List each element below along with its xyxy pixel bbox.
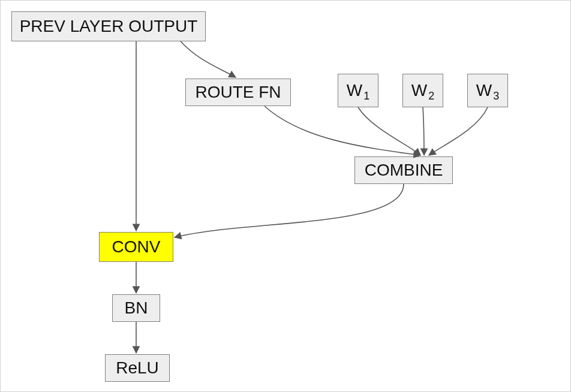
node-w2: W2 <box>402 74 443 107</box>
node-label: ReLU <box>116 358 159 378</box>
node-combine: COMBINE <box>354 156 453 184</box>
node-label: COMBINE <box>365 161 443 180</box>
edge-prev-to-route <box>181 41 236 77</box>
node-label: CONV <box>112 237 161 257</box>
edge-w3-to-combine <box>429 107 488 155</box>
node-conv: CONV <box>99 232 173 262</box>
node-label: W3 <box>476 81 499 100</box>
edge-w1-to-combine <box>358 107 420 155</box>
node-prev-layer-output: PREV LAYER OUTPUT <box>11 11 206 41</box>
diagram-canvas: PREV LAYER OUTPUT ROUTE FN W1 W2 W3 COMB… <box>0 0 571 392</box>
diagram-edges <box>1 1 571 392</box>
node-w1: W1 <box>338 74 378 107</box>
node-relu: ReLU <box>105 354 170 382</box>
node-w3: W3 <box>467 74 508 107</box>
node-label: PREV LAYER OUTPUT <box>20 17 198 36</box>
edge-route-to-combine <box>265 106 420 155</box>
edge-w2-to-combine <box>423 107 424 155</box>
node-label: ROUTE FN <box>195 83 281 102</box>
node-label: W2 <box>411 81 434 100</box>
node-label: BN <box>125 298 148 318</box>
node-route-fn: ROUTE FN <box>185 79 291 106</box>
node-label: W1 <box>347 81 369 100</box>
edge-combine-to-conv <box>175 184 404 237</box>
node-bn: BN <box>112 294 160 322</box>
